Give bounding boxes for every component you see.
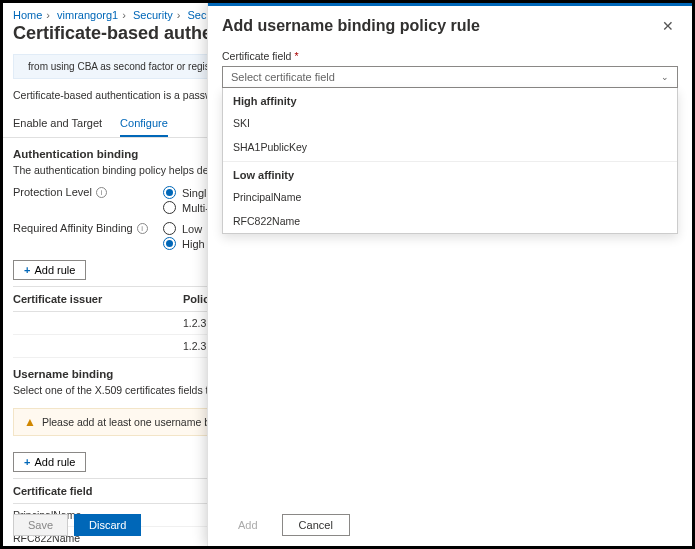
cert-field-dropdown: High affinity SKI SHA1PublicKey Low affi… xyxy=(222,88,678,234)
dd-item-sha1[interactable]: SHA1PublicKey xyxy=(223,135,677,159)
radio-selected-icon xyxy=(163,186,176,199)
tab-enable-target[interactable]: Enable and Target xyxy=(13,113,102,137)
breadcrumb-org[interactable]: vimrangorg1 xyxy=(57,9,118,21)
modal-add-button: Add xyxy=(222,514,274,536)
plus-icon: + xyxy=(24,264,30,276)
close-icon[interactable]: ✕ xyxy=(658,16,678,36)
cell-oid: 1.2.3 xyxy=(183,317,206,329)
radio-selected-icon xyxy=(163,237,176,250)
modal-cancel-button[interactable]: Cancel xyxy=(282,514,350,536)
save-button: Save xyxy=(13,514,68,536)
radio-icon xyxy=(163,222,176,235)
affinity-label: Required Affinity Binding i xyxy=(13,222,163,234)
info-icon[interactable]: i xyxy=(137,223,148,234)
col-policy: Polic xyxy=(183,293,209,305)
affinity-high-radio[interactable]: High xyxy=(163,237,205,250)
col-cert-field: Certificate field xyxy=(13,485,183,497)
tab-configure[interactable]: Configure xyxy=(120,113,168,137)
dd-item-principalname[interactable]: PrincipalName xyxy=(223,185,677,209)
warning-icon: ▲ xyxy=(24,415,36,429)
cert-field-text: Certificate field xyxy=(222,50,291,62)
protection-single-radio[interactable]: Single xyxy=(163,186,213,199)
modal-title: Add username binding policy rule xyxy=(222,17,480,35)
chevron-down-icon: ⌄ xyxy=(661,72,669,82)
plus-icon: + xyxy=(24,456,30,468)
col-cert-issuer: Certificate issuer xyxy=(13,293,183,305)
affinity-high-label: High xyxy=(182,238,205,250)
add-username-binding-modal: Add username binding policy rule ✕ Certi… xyxy=(207,3,692,546)
breadcrumb-home[interactable]: Home xyxy=(13,9,42,21)
discard-button[interactable]: Discard xyxy=(74,514,141,536)
protection-multi-radio[interactable]: Multi- xyxy=(163,201,213,214)
affinity-text: Required Affinity Binding xyxy=(13,222,133,234)
protection-level-label: Protection Level i xyxy=(13,186,163,198)
dd-item-rfc822[interactable]: RFC822Name xyxy=(223,209,677,233)
breadcrumb-security-1[interactable]: Security xyxy=(133,9,173,21)
protection-multi-label: Multi- xyxy=(182,202,209,214)
cert-field-select[interactable]: Select certificate field ⌄ xyxy=(222,66,678,88)
cell-oid: 1.2.3 xyxy=(183,340,206,352)
dd-group-low: Low affinity xyxy=(223,162,677,185)
protection-level-text: Protection Level xyxy=(13,186,92,198)
cert-field-label: Certificate field * xyxy=(222,50,678,62)
add-rule-label: Add rule xyxy=(34,456,75,468)
info-icon[interactable]: i xyxy=(96,187,107,198)
select-placeholder: Select certificate field xyxy=(231,71,335,83)
add-rule-label: Add rule xyxy=(34,264,75,276)
add-rule-username-button[interactable]: + Add rule xyxy=(13,452,86,472)
dd-item-ski[interactable]: SKI xyxy=(223,111,677,135)
radio-icon xyxy=(163,201,176,214)
affinity-low-label: Low xyxy=(182,223,202,235)
dd-group-high: High affinity xyxy=(223,88,677,111)
footer-actions: Save Discard xyxy=(13,514,141,536)
add-rule-auth-button[interactable]: + Add rule xyxy=(13,260,86,280)
affinity-low-radio[interactable]: Low xyxy=(163,222,205,235)
